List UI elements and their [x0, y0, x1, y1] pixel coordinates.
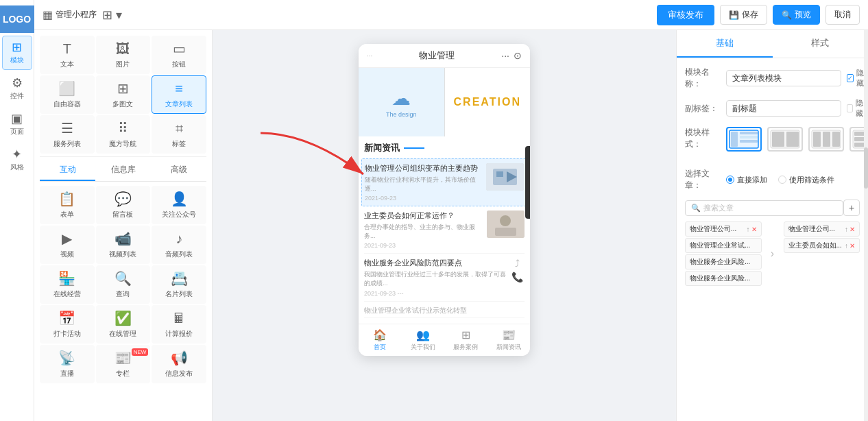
nav-cases[interactable]: ⊞ 服务案例 — [444, 324, 487, 356]
module-name-input[interactable] — [726, 70, 841, 86]
comp-tag[interactable]: ⌗ 标签 — [152, 115, 206, 154]
cancel-button[interactable]: 取消 — [825, 5, 860, 25]
nav-home[interactable]: 🏠 首页 — [359, 324, 402, 356]
more-icon: ··· — [501, 50, 509, 61]
articles-add-button[interactable]: + — [843, 200, 860, 216]
svg-rect-11 — [740, 136, 758, 139]
right-tab-style[interactable]: 样式 — [773, 30, 869, 58]
save-button[interactable]: 💾 保存 — [720, 5, 767, 25]
float-close-btn[interactable]: ✕ — [527, 204, 530, 216]
search-placeholder: 搜索文章 — [703, 203, 734, 213]
arrow-up-icon-r1[interactable]: ↑ — [845, 226, 848, 233]
hide-checkbox-1[interactable]: ✓ 隐藏 — [847, 68, 865, 88]
scrollbar-thumb[interactable] — [864, 147, 868, 189]
comp-query[interactable]: 🔍 查询 — [96, 265, 151, 304]
float-down-btn[interactable]: ▼ — [527, 190, 530, 202]
comp-card-list[interactable]: 📇 名片列表 — [152, 265, 206, 304]
comp-audio-list[interactable]: ♪ 音频列表 — [152, 226, 206, 264]
sidebar-item-control[interactable]: ⚙ 控件 — [2, 71, 32, 106]
comp-video-list[interactable]: 📹 视频列表 — [96, 226, 151, 264]
sidebar-item-style[interactable]: ✦ 风格 — [2, 143, 32, 177]
float-add-btn[interactable]: + — [527, 163, 530, 175]
comp-video[interactable]: ▶ 视频 — [40, 226, 95, 264]
svg-rect-17 — [813, 132, 821, 147]
comp-online-manage[interactable]: 🏪 在线经营 — [40, 265, 95, 304]
nav-news[interactable]: 📰 新闻资讯 — [487, 324, 531, 356]
delete-icon-r2[interactable]: ✕ — [849, 242, 855, 250]
comp-magic-nav-label: 魔方导航 — [109, 139, 136, 149]
news-item-2-thumb — [487, 210, 525, 238]
comp-magic-nav[interactable]: ⠿ 魔方导航 — [96, 115, 151, 154]
comp-column[interactable]: 📰 专栏 NEW — [96, 345, 151, 383]
article-title-right-2: 业主委员会如如... — [788, 241, 842, 250]
video-list-icon: 📹 — [114, 230, 132, 247]
phone-header: ··· 物业管理 ··· ⊙ — [359, 44, 530, 68]
comp-form-label: 表单 — [60, 210, 74, 219]
radio-filter[interactable]: 使用筛选条件 — [778, 175, 834, 185]
live-icon: 📡 — [58, 350, 75, 366]
article-item-right-1[interactable]: 物业管理公司... ↑ ✕ — [784, 221, 860, 237]
comp-article-list[interactable]: ≡ 文章列表 — [152, 75, 206, 114]
mini-program-tab[interactable]: ▦ 管理小程序 — [43, 8, 97, 21]
grid-icon[interactable]: ⊞ ▾ — [102, 8, 122, 23]
comp-online-mgmt[interactable]: ✅ 在线管理 — [96, 305, 151, 344]
news-item-1[interactable]: 物业管理公司组织变革的主要趋势 随着物业行业利润水平提升，其市场价值逐... 2… — [361, 158, 527, 206]
sidebar-item-module[interactable]: ⊞ 模块 — [2, 36, 32, 70]
tab-database[interactable]: 信息库 — [95, 160, 151, 181]
sidebar-item-page[interactable]: ▣ 页面 — [2, 107, 32, 141]
comp-free-container[interactable]: ⬜ 自由容器 — [40, 75, 95, 114]
comp-info-publish[interactable]: 📢 信息发布 — [152, 345, 206, 383]
review-publish-button[interactable]: 审核发布 — [657, 5, 714, 25]
style-opt-1[interactable] — [726, 127, 762, 152]
news-item-2-title: 业主委员会如何正常运作？ — [364, 210, 481, 221]
right-tab-basic[interactable]: 基础 — [677, 30, 773, 58]
comp-multi-image[interactable]: ⊞ 多图文 — [96, 75, 151, 114]
text-icon: T — [63, 41, 71, 57]
comp-image[interactable]: 🖼 图片 — [96, 36, 151, 74]
home-icon: 🏠 — [373, 328, 387, 341]
arrow-up-icon[interactable]: ↑ — [747, 226, 750, 233]
news-item-3-date: 2021-09-23 --- — [364, 290, 506, 297]
share-icon[interactable]: ⤴ — [515, 258, 520, 269]
comp-form[interactable]: 📋 表单 — [40, 186, 95, 224]
delete-icon[interactable]: ✕ — [751, 226, 757, 233]
float-edit-btn[interactable]: ✏ — [527, 149, 530, 161]
form-row-select: 选择文章： 直接添加 使用筛选条件 — [685, 168, 860, 191]
arrow-up-icon-r2[interactable]: ↑ — [845, 242, 848, 250]
tab-advanced[interactable]: 高级 — [151, 160, 206, 181]
articles-search[interactable]: 🔍 搜索文章 — [685, 200, 843, 216]
phone-bottom-nav: 🏠 首页 👥 关于我们 ⊞ 服务案例 📰 新闻资讯 — [359, 324, 530, 356]
comp-text[interactable]: T 文本 — [40, 36, 95, 74]
article-item-right-2[interactable]: 业主委员会如如... ↑ ✕ — [784, 238, 860, 253]
article-item-left-3[interactable]: 物业服务企业风险... — [685, 254, 762, 269]
style-opt-2[interactable] — [767, 127, 803, 152]
hide-checkbox-2[interactable]: 隐藏 — [847, 98, 865, 119]
scrollbar-track — [864, 30, 868, 421]
news-item-4-info: 物业管理企业常试行业示范化转型 — [364, 306, 525, 317]
news-item-3[interactable]: 物业服务企业风险防范四要点 我国物业管理行业经过三十多年的发展，取得了可喜的成绩… — [364, 254, 525, 301]
comp-service-list[interactable]: ☰ 服务列表 — [40, 115, 95, 154]
comp-follow-wechat[interactable]: 👤 关注公众号 — [152, 186, 206, 224]
topbar-left: ▦ 管理小程序 ⊞ ▾ — [43, 8, 651, 23]
news-item-2[interactable]: 业主委员会如何正常运作？ 合理办事处的指导、业主的参与、物业服务... 2021… — [364, 206, 525, 254]
delete-icon-r1[interactable]: ✕ — [849, 226, 855, 233]
phone-icon[interactable]: 📞 — [511, 272, 523, 282]
comp-quote[interactable]: 🖩 计算报价 — [152, 305, 206, 344]
style-opt-3[interactable] — [808, 127, 844, 152]
video-icon: ▶ — [62, 230, 72, 247]
subtitle-input[interactable] — [726, 100, 841, 117]
preview-button[interactable]: 🔍 预览 — [773, 5, 820, 25]
article-item-left-4[interactable]: 物业服务企业风险... — [685, 271, 762, 286]
radio-direct-add[interactable]: 直接添加 — [726, 175, 767, 185]
article-item-left-2[interactable]: 物业管理企业常试... — [685, 238, 762, 253]
page-icon: ▣ — [11, 112, 23, 125]
comp-button[interactable]: ▭ 按钮 — [152, 36, 206, 74]
float-up-btn[interactable]: ▲ — [527, 176, 530, 189]
comp-live[interactable]: 📡 直播 — [40, 345, 95, 383]
form-row-subtitle: 副标签： 隐藏 — [685, 98, 860, 119]
comp-checkin[interactable]: 📅 打卡活动 — [40, 305, 95, 344]
nav-about[interactable]: 👥 关于我们 — [402, 324, 445, 356]
article-item-left-1[interactable]: 物业管理公司... ↑ ✕ — [685, 221, 762, 237]
comp-message-board[interactable]: 💬 留言板 — [96, 186, 151, 224]
tab-interactive[interactable]: 互动 — [40, 160, 95, 181]
